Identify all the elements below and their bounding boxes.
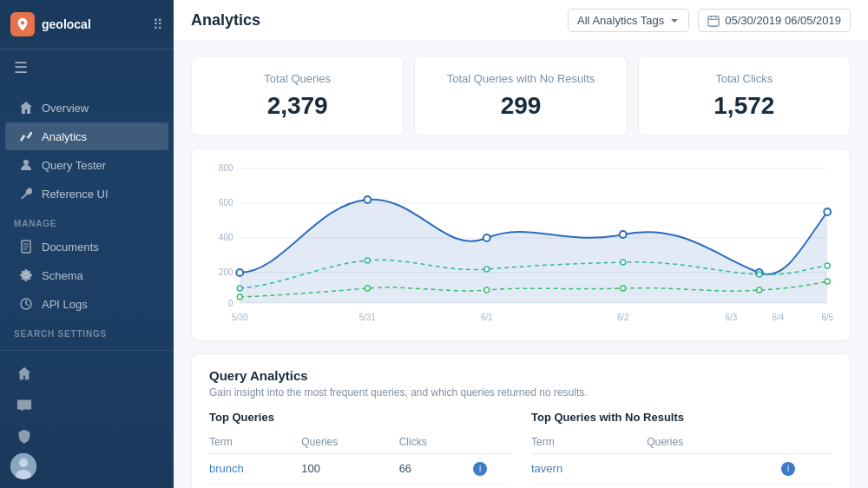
- svg-line-7: [26, 304, 29, 306]
- table-row: brunch 100 66 i: [209, 454, 510, 484]
- svg-point-46: [237, 294, 242, 300]
- term-cell[interactable]: brunch: [209, 454, 301, 484]
- logo-icon: [10, 12, 35, 36]
- svg-point-41: [365, 258, 370, 263]
- svg-point-39: [824, 208, 831, 215]
- clock-icon: [19, 297, 33, 311]
- hamburger-button[interactable]: ☰: [0, 49, 174, 86]
- stat-total-clicks: Total Clicks 1,572: [638, 56, 851, 136]
- query-analytics-subtitle: Gain insight into the most frequent quer…: [209, 386, 832, 399]
- no-results-section: Top Queries with No Results Term Queries: [531, 411, 832, 484]
- col-queries-header-2: Queries: [647, 431, 781, 454]
- svg-point-48: [484, 287, 490, 293]
- svg-point-47: [365, 286, 370, 291]
- svg-point-37: [620, 231, 627, 238]
- svg-text:5/30: 5/30: [232, 313, 249, 322]
- chevron-down-icon: [669, 16, 680, 26]
- chart-card: 800 600 400 200 0: [191, 148, 851, 341]
- info-icon-2[interactable]: i: [781, 462, 795, 476]
- home-bottom-icon[interactable]: [10, 359, 38, 387]
- sidebar-header: geolocal ⠿: [0, 0, 174, 49]
- chart-icon: [19, 129, 33, 143]
- gear-icon: [19, 268, 33, 282]
- date-range-picker[interactable]: 05/30/2019 06/05/2019: [698, 9, 851, 32]
- svg-point-42: [484, 267, 490, 272]
- clicks-cell: 66: [399, 454, 474, 484]
- svg-point-0: [23, 160, 29, 165]
- svg-point-51: [825, 279, 830, 284]
- top-queries-title: Top Queries: [209, 411, 510, 424]
- content-area: Total Queries 2,379 Total Queries with N…: [174, 42, 868, 488]
- svg-point-40: [237, 286, 242, 291]
- svg-point-35: [364, 196, 371, 203]
- svg-text:6/5: 6/5: [821, 313, 833, 322]
- svg-text:400: 400: [219, 233, 233, 242]
- svg-text:600: 600: [219, 198, 233, 208]
- stats-row: Total Queries 2,379 Total Queries with N…: [191, 56, 851, 136]
- top-queries-table: Term Queries Clicks brunch 100 66: [209, 431, 510, 484]
- sidebar-item-analytics[interactable]: Analytics: [5, 122, 168, 150]
- svg-point-34: [236, 269, 243, 276]
- page-title: Analytics: [191, 11, 260, 30]
- sidebar: geolocal ⠿ ☰ Overview Analytics Query Te…: [0, 0, 174, 488]
- analytics-chart: 800 600 400 200 0: [206, 160, 836, 333]
- message-icon[interactable]: [10, 391, 38, 419]
- sidebar-item-overview[interactable]: Overview: [5, 94, 168, 122]
- query-analytics-columns: Top Queries Term Queries Clicks: [209, 411, 832, 484]
- svg-point-45: [825, 263, 830, 268]
- col-term-header: Term: [209, 431, 301, 454]
- table-row: tavern i: [531, 454, 832, 484]
- shield-icon[interactable]: [10, 422, 38, 450]
- stat-total-queries: Total Queries 2,379: [191, 56, 404, 136]
- svg-text:200: 200: [219, 267, 233, 277]
- sidebar-nav: Overview Analytics Query Tester Referenc…: [0, 86, 174, 350]
- svg-point-36: [483, 234, 490, 241]
- analytics-tags-dropdown[interactable]: All Analytics Tags: [568, 9, 689, 32]
- svg-text:6/2: 6/2: [617, 313, 629, 322]
- query-analytics-card: Query Analytics Gain insight into the mo…: [191, 353, 851, 488]
- main-content: Analytics All Analytics Tags 05/30/2019 …: [174, 0, 868, 488]
- svg-point-43: [621, 260, 626, 265]
- app-name: geolocal: [42, 17, 91, 31]
- user-icon: [19, 158, 33, 172]
- term-cell-2[interactable]: tavern: [531, 454, 647, 484]
- sidebar-item-documents[interactable]: Documents: [5, 233, 168, 260]
- svg-point-49: [621, 286, 626, 291]
- sidebar-item-reference-ui[interactable]: Reference UI: [5, 180, 168, 208]
- svg-rect-20: [708, 16, 719, 25]
- svg-point-44: [757, 272, 762, 277]
- info-cell: i: [473, 454, 510, 484]
- svg-text:6/3: 6/3: [726, 313, 738, 322]
- queries-cell: 100: [301, 454, 398, 484]
- stat-no-results: Total Queries with No Results 299: [414, 56, 627, 136]
- col-term-header-2: Term: [531, 431, 647, 454]
- grid-icon[interactable]: ⠿: [153, 16, 163, 33]
- svg-text:0: 0: [228, 299, 233, 308]
- query-analytics-title: Query Analytics: [209, 368, 832, 383]
- wrench-icon: [19, 187, 33, 201]
- sidebar-item-synonyms[interactable]: Synonyms: [5, 343, 168, 350]
- svg-text:800: 800: [219, 163, 233, 173]
- search-settings-section-label: SEARCH SETTINGS: [0, 319, 174, 342]
- no-results-table: Term Queries tavern i: [531, 431, 832, 484]
- svg-point-18: [19, 458, 28, 467]
- col-queries-header: Queries: [301, 431, 398, 454]
- sidebar-item-schema[interactable]: Schema: [5, 261, 168, 289]
- topbar: Analytics All Analytics Tags 05/30/2019 …: [174, 0, 868, 42]
- top-queries-section: Top Queries Term Queries Clicks: [209, 411, 510, 484]
- info-icon[interactable]: i: [473, 462, 487, 476]
- sidebar-item-query-tester[interactable]: Query Tester: [5, 151, 168, 179]
- topbar-controls: All Analytics Tags 05/30/2019 06/05/2019: [568, 9, 851, 32]
- sidebar-item-api-logs[interactable]: API Logs: [5, 290, 168, 318]
- sidebar-logo[interactable]: geolocal: [10, 12, 91, 36]
- info-cell-2: i: [781, 454, 832, 484]
- sidebar-bottom: [0, 350, 174, 488]
- home-icon: [19, 101, 33, 115]
- user-avatar[interactable]: [10, 453, 36, 479]
- svg-text:5/31: 5/31: [359, 313, 377, 322]
- svg-text:6/1: 6/1: [481, 313, 493, 322]
- col-clicks-header: Clicks: [399, 431, 474, 454]
- doc-icon: [19, 240, 33, 254]
- manage-section-label: MANAGE: [0, 208, 174, 232]
- no-results-title: Top Queries with No Results: [531, 411, 832, 424]
